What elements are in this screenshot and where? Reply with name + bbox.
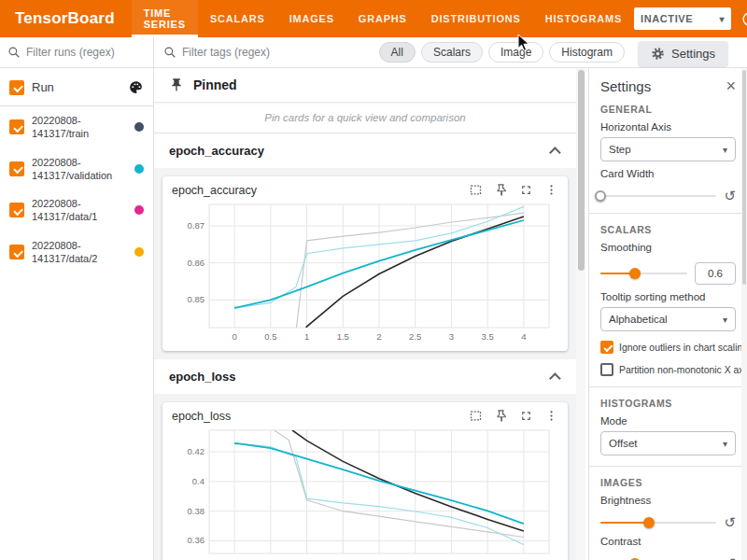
horizontal-axis-select[interactable]: Step ▾ xyxy=(600,137,736,161)
pinned-header: Pinned xyxy=(154,68,576,103)
expand-card-icon[interactable] xyxy=(519,409,533,423)
card-area: epoch_loss 00.511.522.533.540.360.380.40… xyxy=(154,394,576,560)
fit-domain-icon[interactable] xyxy=(469,409,483,423)
app-title: TensorBoard xyxy=(0,9,132,28)
svg-text:0.36: 0.36 xyxy=(188,535,205,545)
scalar-card-epoch-accuracy: epoch_accuracy 00.511.522.533.540.850.86… xyxy=(162,176,568,351)
loss-line-chart[interactable]: 00.511.522.533.540.360.380.40.42 xyxy=(172,425,558,560)
svg-text:0.86: 0.86 xyxy=(188,258,205,268)
slider-thumb[interactable] xyxy=(629,268,641,279)
slider-thumb[interactable] xyxy=(643,517,655,528)
run-row-data2[interactable]: 20220808-141317/data/2 xyxy=(0,231,153,273)
section-header-epoch-loss: epoch_loss xyxy=(154,359,576,394)
contrast-label: Contrast xyxy=(600,536,736,547)
reload-status-select[interactable]: INACTIVE ▾ xyxy=(634,7,731,30)
histogram-mode-value: Offset xyxy=(609,438,637,449)
select-all-runs-checkbox[interactable] xyxy=(9,80,24,95)
tab-time-series[interactable]: TIME SERIES xyxy=(132,0,198,37)
settings-panel: Settings × GENERAL Horizontal Axis Step … xyxy=(588,68,747,560)
settings-button[interactable]: Settings xyxy=(638,41,728,66)
chip-all[interactable]: All xyxy=(379,42,416,63)
run-row-data1[interactable]: 20220808-141317/data/1 xyxy=(0,189,153,231)
filter-tags-input[interactable] xyxy=(182,46,374,59)
tab-distributions[interactable]: DISTRIBUTIONS xyxy=(419,0,533,37)
card-title: epoch_loss xyxy=(172,410,231,423)
partition-x-axis-row[interactable]: Partition non-monotonic X axis i xyxy=(600,363,736,376)
brightness-slider[interactable] xyxy=(600,516,716,529)
tab-histograms[interactable]: HISTOGRAMS xyxy=(533,0,634,37)
run-checkbox[interactable] xyxy=(9,119,24,134)
svg-text:0.42: 0.42 xyxy=(188,446,205,456)
filter-runs-box xyxy=(0,37,154,67)
chevron-down-icon: ▾ xyxy=(723,315,727,325)
tab-scalars[interactable]: SCALARS xyxy=(198,0,277,37)
contrast-slider[interactable] xyxy=(600,557,716,560)
card-header: epoch_accuracy xyxy=(172,183,558,197)
fit-domain-icon[interactable] xyxy=(469,183,483,197)
runs-header-row: Run xyxy=(0,68,153,106)
pin-card-icon[interactable] xyxy=(494,183,508,197)
divider xyxy=(589,386,747,387)
tooltip-sorting-select[interactable]: Alphabetical ▾ xyxy=(600,307,736,331)
more-options-icon[interactable] xyxy=(544,409,558,423)
theme-toggle-icon[interactable] xyxy=(740,9,747,28)
chip-scalars[interactable]: Scalars xyxy=(421,42,483,63)
panel-scrollbar-thumb[interactable] xyxy=(742,70,746,285)
section-title: epoch_loss xyxy=(169,370,236,384)
tab-images[interactable]: IMAGES xyxy=(277,0,346,37)
slider-thumb[interactable] xyxy=(595,190,606,202)
run-row-train[interactable]: 20220808-141317/train xyxy=(0,106,153,148)
run-row-validation[interactable]: 20220808-141317/validation xyxy=(0,148,153,190)
scalar-card-epoch-loss: epoch_loss 00.511.522.533.540.360.380.40… xyxy=(162,402,568,560)
filter-runs-input[interactable] xyxy=(26,46,146,59)
close-icon[interactable]: × xyxy=(726,77,736,94)
collapse-section-icon[interactable] xyxy=(549,147,561,159)
chevron-down-icon: ▾ xyxy=(723,145,727,155)
main-scrollbar xyxy=(576,68,585,560)
svg-text:1.5: 1.5 xyxy=(337,331,349,342)
chip-histogram[interactable]: Histogram xyxy=(549,42,625,63)
general-heading: GENERAL xyxy=(600,104,736,115)
chevron-down-icon: ▾ xyxy=(723,439,727,449)
run-checkbox[interactable] xyxy=(9,203,24,217)
pin-card-icon[interactable] xyxy=(494,409,508,423)
accuracy-line-chart[interactable]: 00.511.522.533.540.850.860.87 xyxy=(172,199,558,346)
card-actions xyxy=(469,183,558,197)
section-title: epoch_accuracy xyxy=(169,144,264,158)
run-color-dot xyxy=(134,247,144,257)
collapse-section-icon[interactable] xyxy=(549,372,561,385)
card-width-reset-icon[interactable]: ↺ xyxy=(724,189,736,203)
smoothing-slider[interactable] xyxy=(600,267,687,280)
ignore-outliers-checkbox[interactable] xyxy=(600,341,613,354)
run-checkbox[interactable] xyxy=(9,161,24,176)
tensorboard-app: TensorBoard TIME SERIES SCALARS IMAGES G… xyxy=(0,0,747,560)
partition-x-axis-checkbox[interactable] xyxy=(600,363,613,376)
run-color-dot xyxy=(134,205,144,215)
pinned-hint: Pin cards for a quick view and compariso… xyxy=(154,103,576,133)
card-width-slider[interactable] xyxy=(600,189,716,203)
brightness-label: Brightness xyxy=(600,495,736,506)
run-checkbox[interactable] xyxy=(9,245,24,259)
svg-text:1: 1 xyxy=(304,331,309,342)
search-icon xyxy=(7,46,21,59)
brightness-reset-icon[interactable]: ↺ xyxy=(724,515,736,529)
runs-sidebar: Run 20220808-141317/train 20220808-14131… xyxy=(0,68,154,560)
svg-text:0.5: 0.5 xyxy=(264,331,276,342)
more-options-icon[interactable] xyxy=(544,183,558,197)
ignore-outliers-row[interactable]: Ignore outliers in chart scaling xyxy=(600,341,736,354)
expand-card-icon[interactable] xyxy=(519,183,533,197)
contrast-reset-icon[interactable]: ↺ xyxy=(724,556,736,560)
smoothing-input[interactable] xyxy=(695,262,736,285)
histogram-mode-select[interactable]: Offset ▾ xyxy=(600,431,736,455)
main-scrollbar-thumb[interactable] xyxy=(578,70,585,271)
chip-image[interactable]: Image xyxy=(488,42,543,63)
topbar-actions: INACTIVE ▾ ↻ ? xyxy=(634,7,747,30)
card-title: epoch_accuracy xyxy=(172,184,257,197)
palette-icon[interactable] xyxy=(128,79,144,95)
svg-text:3.5: 3.5 xyxy=(482,331,494,342)
tab-graphs[interactable]: GRAPHS xyxy=(346,0,419,37)
pin-icon xyxy=(169,77,184,92)
scalars-heading: SCALARS xyxy=(600,224,736,235)
nav-tabs: TIME SERIES SCALARS IMAGES GRAPHS DISTRI… xyxy=(132,0,634,37)
run-label: 20220808-141317/validation xyxy=(32,156,118,183)
